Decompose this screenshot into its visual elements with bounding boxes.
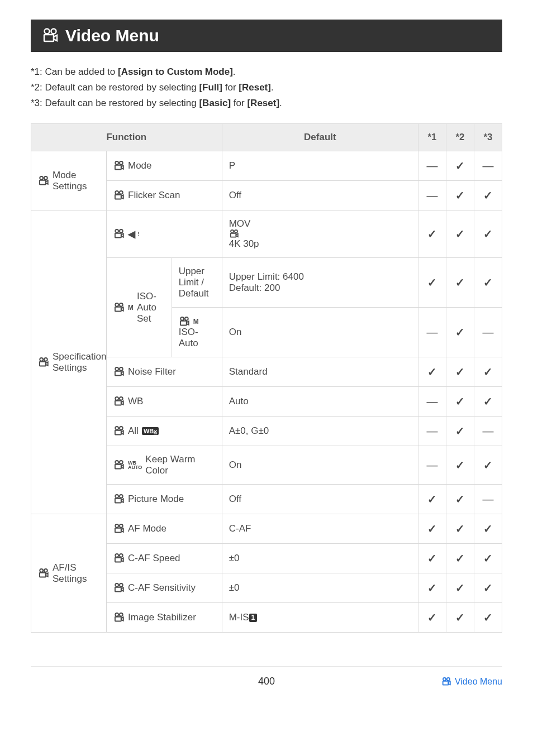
video-icon xyxy=(42,28,59,44)
svg-point-1 xyxy=(51,29,56,34)
page-footer: 400 Video Menu xyxy=(31,666,502,692)
cell-mode-m1: — xyxy=(418,151,446,181)
group-mode-settings: Mode Settings xyxy=(31,151,107,210)
note-1-pre: *1: Can be added to xyxy=(31,66,118,77)
wb-adjust-icon: WB⨱ xyxy=(142,427,159,435)
svg-point-6 xyxy=(115,161,118,165)
cell-cafspeed-label: C-AF Speed xyxy=(107,544,222,573)
cell-imgstab-m1: ✓ xyxy=(418,603,446,633)
svg-point-21 xyxy=(115,303,118,307)
cell-quality-m2: ✓ xyxy=(446,210,474,258)
cell-flicker-m3: ✓ xyxy=(474,181,502,210)
cell-noise-label: Noise Filter xyxy=(107,357,222,387)
header-function: Function xyxy=(31,124,222,151)
svg-point-33 xyxy=(115,427,118,430)
video-icon xyxy=(113,426,125,436)
note-3-post: . xyxy=(279,98,282,108)
cell-wb-m1: — xyxy=(418,387,446,417)
svg-point-9 xyxy=(115,191,118,194)
video-icon xyxy=(113,583,125,593)
settings-table: Function Default *1 *2 *3 Mode Settings xyxy=(31,123,502,633)
page-number: 400 xyxy=(258,676,275,687)
cell-iso-auto-sub: M ISO-Auto xyxy=(172,308,222,357)
header-c1: *1 xyxy=(418,124,446,151)
svg-point-16 xyxy=(120,229,123,233)
svg-point-24 xyxy=(180,317,184,320)
svg-point-13 xyxy=(44,358,47,361)
cell-iso-upper-sub: Upper Limit / Default xyxy=(172,258,222,308)
svg-rect-59 xyxy=(443,681,449,685)
video-icon xyxy=(113,367,125,377)
svg-rect-11 xyxy=(115,195,121,199)
group-afis-settings: AF/IS Settings xyxy=(31,514,107,633)
is-mode-badge: 1 xyxy=(249,614,258,623)
cell-flicker-label: Flicker Scan xyxy=(107,181,222,210)
svg-point-58 xyxy=(447,677,450,680)
cell-iso-upper-m2: ✓ xyxy=(446,258,474,308)
cell-iso-auto-m3: — xyxy=(474,308,502,357)
mode-label: Mode xyxy=(128,160,152,171)
cell-keepwarm-default: On xyxy=(222,446,418,485)
cell-flicker-m2: ✓ xyxy=(446,181,474,210)
cell-allwb-m2: ✓ xyxy=(446,417,474,446)
svg-point-28 xyxy=(120,367,123,371)
video-icon xyxy=(113,190,125,200)
video-icon xyxy=(229,229,411,238)
note-2-mid: for xyxy=(222,82,239,93)
video-icon xyxy=(441,677,451,686)
footer-link[interactable]: Video Menu xyxy=(441,677,502,687)
svg-point-54 xyxy=(115,613,118,616)
cell-picmode-m1: ✓ xyxy=(418,485,446,514)
svg-point-37 xyxy=(120,461,123,464)
cell-iso-upper-default: Upper Limit: 6400 Default: 200 xyxy=(222,258,418,308)
video-m-icon xyxy=(179,317,190,327)
cell-keepwarm-m1: — xyxy=(418,446,446,485)
cell-iso-auto-m2: ✓ xyxy=(446,308,474,357)
cell-cafspeed-m3: ✓ xyxy=(474,544,502,573)
table-header-row: Function Default *1 *2 *3 xyxy=(31,124,502,151)
note-3-b2: [Reset] xyxy=(247,98,279,108)
wb-label: WB xyxy=(128,396,143,407)
cell-afmode-m1: ✓ xyxy=(418,514,446,544)
cell-picmode-default: Off xyxy=(222,485,418,514)
note-1-bold: [Assign to Custom Mode] xyxy=(118,66,233,77)
cell-iso-auto-default: On xyxy=(222,308,418,357)
note-3: *3: Default can be restored by selecting… xyxy=(31,95,502,111)
footer-link-text: Video Menu xyxy=(455,677,502,687)
cell-cafspeed-default: ±0 xyxy=(222,544,418,573)
cell-wb-m2: ✓ xyxy=(446,387,474,417)
cafspeed-label: C-AF Speed xyxy=(128,553,180,564)
svg-rect-8 xyxy=(115,165,121,170)
cell-imgstab-m3: ✓ xyxy=(474,603,502,633)
video-icon xyxy=(113,524,125,534)
cell-allwb-m3: — xyxy=(474,417,502,446)
cell-cafsens-m1: ✓ xyxy=(418,573,446,603)
cell-quality-label: ◀⠇ xyxy=(107,210,222,258)
svg-point-12 xyxy=(40,358,43,361)
wb-auto-icon: WBAUTO xyxy=(128,461,142,470)
note-2: *2: Default can be restored by selecting… xyxy=(31,80,502,95)
cell-flicker-m1: — xyxy=(418,181,446,210)
svg-point-49 xyxy=(120,554,123,557)
svg-point-55 xyxy=(120,613,123,616)
cell-cafsens-default: ±0 xyxy=(222,573,418,603)
svg-rect-38 xyxy=(115,465,121,469)
cell-flicker-default: Off xyxy=(222,181,418,210)
cell-iso-group: MISO-Auto Set xyxy=(107,258,172,357)
iso-group-label: ISO-Auto Set xyxy=(137,291,165,324)
cell-noise-m2: ✓ xyxy=(446,357,474,387)
svg-point-18 xyxy=(231,230,234,233)
svg-rect-56 xyxy=(115,617,121,621)
cell-mode-m2: ✓ xyxy=(446,151,474,181)
svg-point-51 xyxy=(115,583,118,587)
svg-rect-2 xyxy=(44,35,54,41)
svg-rect-32 xyxy=(115,401,121,405)
svg-rect-26 xyxy=(180,320,187,325)
note-1: *1: Can be added to [Assign to Custom Mo… xyxy=(31,64,502,80)
svg-point-46 xyxy=(120,524,123,528)
afmode-label: AF Mode xyxy=(128,523,166,534)
svg-rect-35 xyxy=(115,430,121,435)
keepwarm-label: Keep Warm Color xyxy=(145,454,215,476)
cell-allwb-m1: — xyxy=(418,417,446,446)
video-icon xyxy=(113,460,125,470)
